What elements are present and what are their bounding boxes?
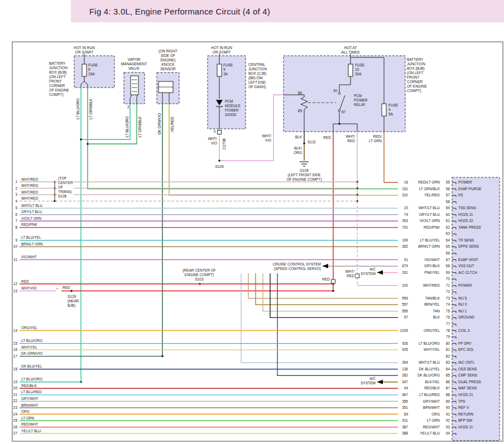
pin-circuit: 100 [402, 283, 408, 288]
pin-function: RETURN [458, 412, 473, 417]
pin-color: WHT/RED [423, 283, 440, 288]
wire-row-label: WHT/VIO [21, 286, 37, 291]
s128-label: S128 [215, 165, 223, 169]
wire-row-label: LT BLU/ORG [21, 377, 42, 382]
pin-color: LT BLU/RED [419, 393, 440, 397]
wire-row-number: 19 [13, 380, 17, 384]
pin-color: VIO/LT GRN [420, 219, 440, 223]
hot-in-run-2: HOT IN RUN OR START [211, 46, 232, 55]
wire-row-label: WHT/RED [21, 190, 38, 195]
pin-number: 93 [446, 425, 450, 429]
wire-row-number: 23 [13, 406, 17, 410]
conn-pin-3: 3 [213, 129, 215, 134]
splice-chevrons: ›› [56, 287, 58, 291]
wire-row-number: 17 [13, 354, 17, 359]
hot-at-all-times: HOT AT ALL TIMES [342, 46, 360, 55]
pin-function: HO2S 21 [458, 393, 473, 397]
wire-row-number: 12 [13, 282, 17, 286]
pin-color: ORG [431, 412, 440, 417]
pin-function: HO2S 11 [458, 213, 473, 217]
g106-label: G106 (LEFT FRONT SIDE OF ENGINE COMPT) [286, 168, 321, 182]
wire-row-number: 5 [15, 206, 17, 210]
pin-circuit: 679 [402, 264, 408, 268]
pin-circuit: 791 [402, 225, 408, 230]
pin-function: MAF SENS [458, 386, 477, 390]
wire-row-label: WHT/RED [21, 177, 38, 182]
fuse9-label: FUSE 9 3A [223, 63, 233, 76]
wire-row-number: 4 [15, 199, 17, 204]
wire-row-label: GRY/LT BLU [21, 210, 42, 214]
wire-row-label: BRN/WHT [21, 403, 38, 408]
pin-number: 86 [446, 380, 450, 384]
pin-circuit: 74 [404, 213, 408, 217]
pin-function: KS [458, 193, 463, 197]
pin-color: LT GRN/BLK [419, 187, 440, 191]
wire-row-label: RED [21, 279, 29, 284]
wire-row-label: RED/PNK [21, 223, 37, 227]
wire-row-number: 7 [15, 219, 17, 223]
pin-circuit: 925 [402, 348, 408, 352]
vlabel-bjb-ltbluorg: LT BLU/ORG [76, 98, 80, 119]
pin-number: 80 [446, 341, 450, 346]
pin-function: EPC SOL [458, 348, 474, 352]
pin-number: 87 [446, 386, 450, 390]
wire-row-label: VIO/LT GRN [21, 216, 41, 221]
wire-row-number: 6 [15, 213, 17, 217]
pin-color: DK BLU/YEL [419, 367, 440, 371]
pin-circuit: 94 [404, 386, 408, 390]
relay-pin-86: 86 [298, 91, 302, 95]
red-label-top: RED [323, 136, 331, 140]
pin-function: DPFE SENS [458, 244, 479, 249]
pin-number: 83 [446, 360, 450, 365]
fuse4-label: FUSE 4 5A [388, 103, 398, 117]
s129-label: S129 (NEAR BJB) [67, 295, 79, 308]
pin-color: LT BLU/YEL [420, 238, 440, 243]
wire-row-number: 15 [13, 341, 17, 346]
wire-row-label: RED/WHT [21, 422, 38, 427]
wht-vio-label-2: WHT/ VIO [262, 134, 271, 143]
pin-color: YEL/LT BLU [420, 431, 440, 436]
pin-number: 60 [446, 213, 450, 217]
cjb-desc: CENTRAL JUNCTION BOX (CJB) (BELOW LEFT E… [248, 62, 267, 89]
pin-circuit: 331 [402, 271, 408, 275]
pin-circuit: 967 [402, 393, 408, 397]
pin-color: GRY/LT BLU [419, 213, 440, 217]
pin-number: 63 [446, 231, 450, 236]
pin-circuit: 136 [402, 367, 408, 371]
wire-row-label: WHT/RED [21, 196, 38, 201]
pin-number: 82 [446, 354, 450, 359]
pin-circuit: 347 [402, 380, 408, 384]
pin-color: RED/PNK [424, 225, 440, 230]
pin-number: 84 [446, 367, 450, 371]
pin-number: 92 [446, 418, 450, 423]
conn-c270b: C270B [222, 138, 227, 149]
pin-number: 88 [446, 393, 450, 397]
pin-number: 85 [446, 373, 450, 378]
pin-circuit: 559 [402, 296, 408, 301]
pin-circuit: 310 [402, 193, 408, 197]
wire-row-number: 10 [13, 244, 17, 249]
pin-function: EVAP VENT [458, 258, 478, 262]
wht-red-label-top: WHT/ RED [345, 134, 355, 143]
wire-row-label: WHT/YEL [21, 345, 37, 350]
pin-color: WHT/LT BLU [419, 360, 440, 365]
pin-function: VSS OUT [458, 264, 474, 268]
pin-number: 94 [446, 431, 450, 436]
pin-function: BPP SW [458, 418, 472, 423]
row13-red-label: RED [63, 286, 70, 290]
pin-circuit: 20 [404, 206, 408, 210]
wire-row-label: LT GRN [21, 416, 34, 421]
s131-label: S131 [308, 140, 316, 144]
pin-number: 72 [446, 289, 450, 294]
knock-sensor-label: (ON RIGHT SIDE OF ENGINE) KNOCK SENSOR [159, 49, 177, 71]
pin-color: BRN/LT GRN [418, 244, 440, 249]
pin-circuit: 89 [404, 412, 408, 417]
pin-circuit: 557 [402, 302, 408, 307]
pin-number: 70 [446, 277, 450, 281]
pin-color: LT GRN [427, 418, 440, 423]
pin-number: 81 [446, 348, 450, 352]
blk-label: BLK [295, 135, 302, 139]
pin-function: HO2S 11 [458, 425, 473, 429]
s108-label: (TOP CENTER OF TRANS) S108 [57, 176, 74, 199]
pin-function: GROUND [458, 315, 474, 320]
